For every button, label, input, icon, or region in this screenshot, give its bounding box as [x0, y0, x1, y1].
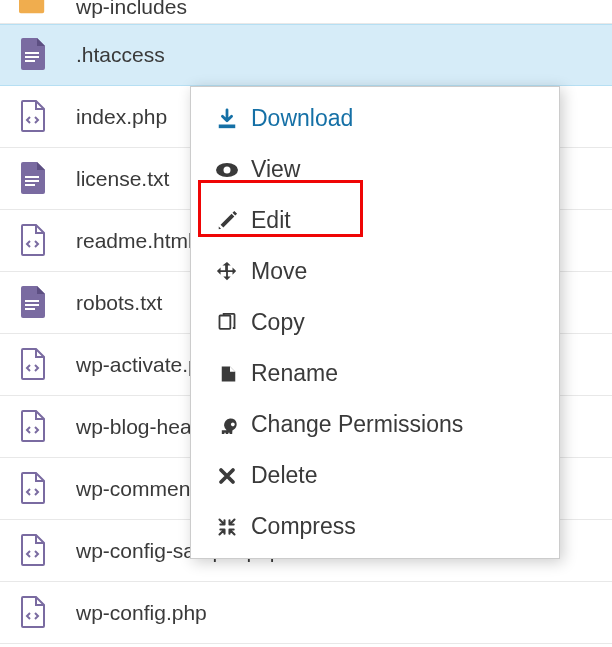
menu-label: Download [251, 105, 353, 132]
menu-item-view[interactable]: View [191, 144, 559, 195]
menu-item-copy[interactable]: Copy [191, 297, 559, 348]
file-row[interactable]: .htaccess [0, 24, 612, 86]
compress-icon [213, 513, 241, 541]
file-row[interactable]: wp-includes [0, 0, 612, 24]
file-name: wp-config.php [76, 601, 207, 625]
code-file-icon [18, 596, 48, 630]
file-name: license.txt [76, 167, 169, 191]
file-name: readme.html [76, 229, 193, 253]
code-file-icon [18, 348, 48, 382]
menu-label: Change Permissions [251, 411, 463, 438]
file-name: .htaccess [76, 43, 165, 67]
code-file-icon [18, 410, 48, 444]
download-icon [213, 105, 241, 133]
document-icon [18, 162, 48, 196]
menu-label: View [251, 156, 300, 183]
menu-item-edit[interactable]: Edit [191, 195, 559, 246]
menu-label: Rename [251, 360, 338, 387]
menu-item-compress[interactable]: Compress [191, 501, 559, 552]
file-name: robots.txt [76, 291, 162, 315]
menu-label: Move [251, 258, 307, 285]
context-menu: Download View Edit Move Copy Rename Chan… [190, 86, 560, 559]
menu-item-delete[interactable]: Delete [191, 450, 559, 501]
eye-icon [213, 156, 241, 184]
folder-icon [18, 0, 48, 19]
menu-item-rename[interactable]: Rename [191, 348, 559, 399]
document-icon [18, 286, 48, 320]
menu-label: Edit [251, 207, 291, 234]
menu-label: Compress [251, 513, 356, 540]
move-icon [213, 258, 241, 286]
code-file-icon [18, 100, 48, 134]
code-file-icon [18, 472, 48, 506]
close-icon [213, 462, 241, 490]
code-file-icon [18, 534, 48, 568]
menu-item-download[interactable]: Download [191, 93, 559, 144]
file-name: wp-includes [76, 0, 187, 19]
menu-label: Delete [251, 462, 317, 489]
file-row[interactable]: wp-config.php [0, 582, 612, 644]
menu-item-move[interactable]: Move [191, 246, 559, 297]
code-file-icon [18, 224, 48, 258]
file-icon [213, 360, 241, 388]
menu-label: Copy [251, 309, 305, 336]
key-icon [213, 411, 241, 439]
document-icon [18, 38, 48, 72]
pencil-icon [213, 207, 241, 235]
menu-item-permissions[interactable]: Change Permissions [191, 399, 559, 450]
copy-icon [213, 309, 241, 337]
file-name: index.php [76, 105, 167, 129]
